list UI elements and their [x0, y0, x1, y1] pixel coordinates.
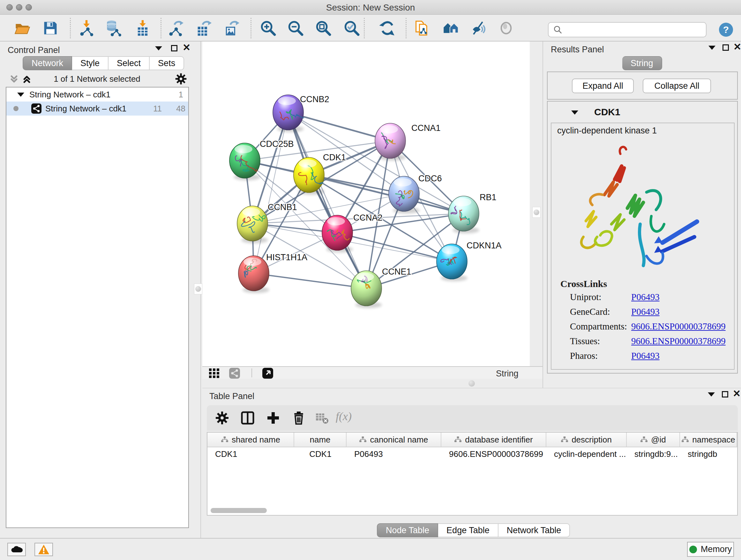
cloud-status-button[interactable] [7, 543, 26, 556]
network-options-gear-icon[interactable] [175, 73, 187, 85]
column-header-namespace[interactable]: namespace [680, 433, 737, 447]
column-header--id[interactable]: @id [627, 433, 680, 447]
delete-column-icon[interactable] [291, 410, 307, 426]
show-columns-icon[interactable] [240, 410, 255, 426]
network-collection-row[interactable]: String Network – cdk1 1 [6, 87, 188, 102]
zoom-in-button[interactable] [259, 19, 277, 37]
help-button[interactable]: ? [719, 23, 733, 37]
tab-edge-table[interactable]: Edge Table [438, 523, 498, 537]
main-toolbar: ? [0, 15, 741, 42]
birdseye-view-icon[interactable] [262, 368, 273, 379]
table-row[interactable]: CDK1CDK1P064939606.ENSP00000378699cyclin… [207, 447, 737, 461]
collapse-panel-button[interactable] [709, 44, 717, 52]
memory-button[interactable]: Memory [687, 542, 734, 557]
right-splitter-handle[interactable] [532, 207, 541, 218]
zoom-selected-button[interactable] [342, 19, 361, 37]
grid-view-icon[interactable] [209, 368, 219, 378]
network-edge[interactable] [254, 273, 366, 288]
table-cell[interactable]: stringdb:9... [627, 447, 680, 461]
crosslink-link[interactable]: 9606.ENSP00000378699 [631, 321, 726, 332]
toolbar-separator [364, 18, 365, 38]
hide-selected-button[interactable] [469, 19, 488, 37]
entry-expander-icon[interactable] [571, 111, 578, 115]
export-network-button[interactable] [166, 19, 185, 37]
close-panel-button[interactable]: ✕ [733, 389, 741, 398]
tab-select[interactable]: Select [109, 56, 150, 70]
tab-network[interactable]: Network [23, 56, 72, 70]
add-column-icon[interactable] [266, 410, 281, 426]
right-splitter[interactable] [532, 42, 540, 388]
table-gear-icon[interactable] [214, 410, 230, 426]
crosslink-link[interactable]: 9606.ENSP00000378699 [631, 336, 726, 347]
import-network-database-button[interactable] [104, 19, 123, 37]
tab-string[interactable]: String [622, 56, 662, 70]
table-cell[interactable]: stringdb [680, 447, 737, 461]
float-panel-button[interactable] [171, 44, 179, 52]
collection-count: 1 [179, 90, 183, 100]
collapse-panel-button[interactable] [708, 390, 716, 398]
tab-sets[interactable]: Sets [150, 56, 184, 70]
crosslink-link[interactable]: P06493 [631, 351, 660, 361]
network-view-share-icon[interactable] [229, 368, 240, 379]
crosslink-label: Compartments: [570, 321, 627, 331]
show-all-button[interactable] [497, 19, 515, 37]
control-panel: Control Panel ✕ Network Style Select Set… [0, 42, 194, 538]
table-cell[interactable]: cyclin-dependent ... [546, 447, 627, 461]
close-panel-button[interactable]: ✕ [733, 43, 741, 51]
tab-node-table[interactable]: Node Table [377, 523, 438, 537]
table-cell[interactable]: CDK1 [294, 447, 347, 461]
first-neighbors-button[interactable] [442, 19, 460, 37]
table-cell[interactable]: CDK1 [207, 447, 294, 461]
status-bar: Memory [0, 538, 741, 560]
network-graph[interactable]: CCNB2CCNA1CDC25BCDK1CDC6RB1CCNB1CCNA2CDK… [202, 42, 530, 366]
column-header-canonical-name[interactable]: canonical name [347, 433, 441, 447]
search-field[interactable] [548, 22, 706, 37]
left-splitter-handle[interactable] [194, 284, 202, 294]
open-session-button[interactable] [13, 19, 31, 37]
float-panel-button[interactable] [722, 390, 730, 398]
node-gloss [394, 178, 412, 186]
clone-network-button[interactable] [413, 19, 431, 37]
search-input[interactable] [566, 25, 706, 35]
refresh-layout-button[interactable] [378, 19, 397, 37]
import-table-button[interactable] [133, 19, 152, 37]
column-label: @id [651, 435, 666, 445]
left-splitter[interactable] [194, 42, 202, 538]
control-panel-title: Control Panel [8, 45, 60, 55]
export-table-button[interactable] [194, 19, 212, 37]
save-session-button[interactable] [41, 19, 60, 37]
column-tree-icon [359, 436, 367, 443]
zoom-out-button[interactable] [286, 19, 305, 37]
tab-style[interactable]: Style [72, 56, 109, 70]
column-header-name[interactable]: name [294, 433, 347, 447]
tree-expander-icon[interactable] [17, 92, 24, 97]
toolbar-separator [252, 368, 252, 377]
column-header-description[interactable]: description [546, 433, 627, 447]
tab-network-table[interactable]: Network Table [498, 523, 570, 537]
zoom-fit-button[interactable] [314, 19, 333, 37]
collapse-all-button[interactable]: Collapse All [643, 78, 711, 93]
crosslink-link[interactable]: P06493 [631, 307, 660, 317]
node-label: CCNA1 [411, 123, 441, 133]
collapse-panel-button[interactable] [155, 44, 163, 52]
network-canvas[interactable]: CCNB2CCNA1CDC25BCDK1CDC6RB1CCNB1CCNA2CDK… [202, 42, 530, 366]
horizontal-scrollbar-thumb[interactable] [211, 508, 267, 513]
table-cell[interactable]: P06493 [347, 447, 441, 461]
network-edge[interactable] [288, 112, 390, 141]
close-panel-button[interactable]: ✕ [183, 44, 191, 52]
export-image-button[interactable] [222, 19, 240, 37]
column-header-database-identifier[interactable]: database identifier [441, 433, 546, 447]
horizontal-splitter-handle[interactable] [468, 380, 475, 387]
table-cell[interactable]: 9606.ENSP00000378699 [441, 447, 546, 461]
expand-all-button[interactable]: Expand All [572, 78, 634, 93]
node-gloss [454, 198, 471, 206]
crosslink-link[interactable]: P06493 [631, 292, 660, 302]
node-label: HIST1H1A [266, 253, 307, 262]
toolbar-separator [406, 18, 407, 38]
warning-status-button[interactable] [35, 543, 53, 556]
column-header-shared-name[interactable]: shared name [207, 433, 294, 447]
network-edge[interactable] [254, 112, 288, 273]
network-row[interactable]: String Network – cdk1 11 48 [6, 102, 188, 116]
float-panel-button[interactable] [723, 44, 731, 52]
import-network-file-button[interactable] [77, 19, 96, 37]
